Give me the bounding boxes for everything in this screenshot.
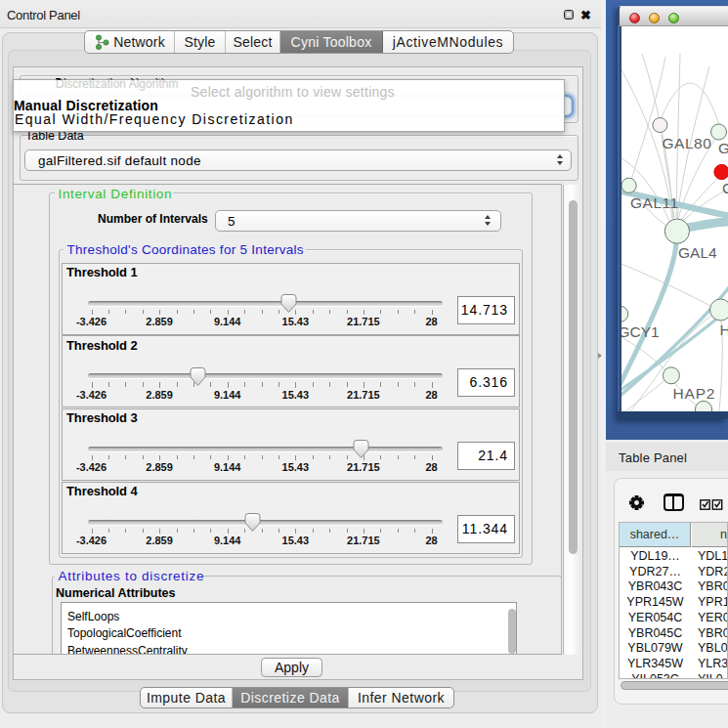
svg-text:HAP2: HAP2: [673, 385, 716, 402]
svg-text:GAL80: GAL80: [663, 135, 712, 151]
svg-text:GA: GA: [718, 140, 728, 156]
svg-text:C: C: [722, 180, 728, 196]
svg-text:GAL11: GAL11: [630, 194, 679, 211]
svg-text:GAL4: GAL4: [678, 244, 717, 261]
svg-text:HI: HI: [720, 321, 728, 338]
svg-text:GCY1: GCY1: [621, 323, 660, 340]
